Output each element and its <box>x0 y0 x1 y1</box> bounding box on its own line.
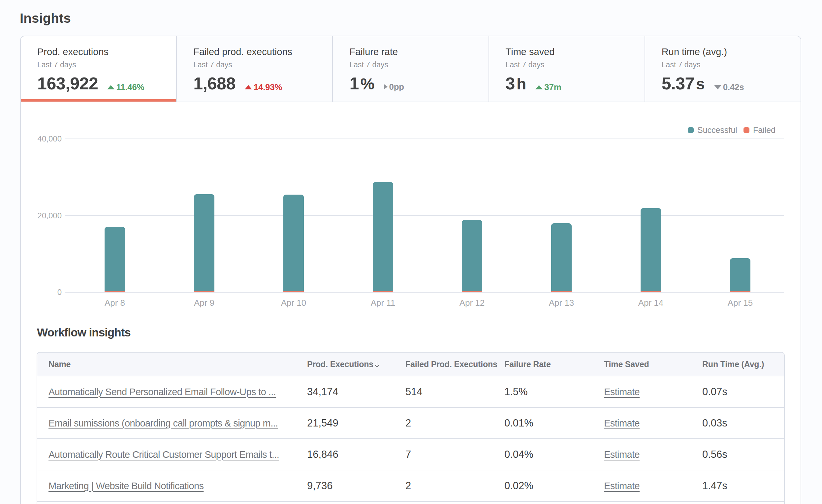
metric-tab-1[interactable]: Prod. executionsLast 7 days163,92211.46% <box>21 36 177 102</box>
bar-apr-10[interactable] <box>283 194 304 292</box>
workflow-name-link[interactable]: Email sumissions (onboarding call prompt… <box>48 418 278 429</box>
cell-failed-prod-executions: 514 <box>405 376 504 408</box>
column-header-failure-rate[interactable]: Failure Rate <box>504 353 604 376</box>
cell-failed-prod-executions: 2 <box>405 408 504 439</box>
x-axis-label-apr-8: Apr 8 <box>88 298 141 308</box>
bar-successful-segment <box>462 220 482 291</box>
metric-tab-value: 163,922 <box>37 74 98 93</box>
cell-failure-rate: 0.04% <box>504 439 604 470</box>
metric-tab-period: Last 7 days <box>662 60 801 69</box>
metric-tab-label: Failed prod. executions <box>193 46 332 57</box>
metric-tab-period: Last 7 days <box>506 60 645 69</box>
bar-failed-segment <box>373 291 393 292</box>
x-axis-label-apr-11: Apr 11 <box>357 298 409 308</box>
estimate-link[interactable]: Estimate <box>604 481 640 491</box>
workflow-insights-table: NameProd. ExecutionsFailed Prod. Executi… <box>37 352 785 504</box>
x-axis-label-apr-10: Apr 10 <box>267 298 320 308</box>
metric-tabs: Prod. executionsLast 7 days163,92211.46%… <box>21 36 801 102</box>
legend-item-failed[interactable]: Failed <box>744 125 776 135</box>
metric-tab-unit: h <box>516 75 526 93</box>
bar-successful-segment <box>104 227 125 291</box>
metric-tab-5[interactable]: Run time (avg.)Last 7 days5.37s0.42s <box>645 36 801 102</box>
bar-apr-13[interactable] <box>551 223 572 292</box>
insights-page: Insights Prod. executionsLast 7 days163,… <box>0 0 822 504</box>
delta-up-icon <box>535 85 543 89</box>
table-row-5 <box>37 502 784 504</box>
bar-failed-segment <box>104 291 125 292</box>
workflow-insights-title: Workflow insights <box>37 326 131 339</box>
cell-prod-executions: 21,549 <box>307 408 405 439</box>
cell-prod-executions: 16,846 <box>307 439 405 470</box>
bar-successful-segment <box>373 182 393 291</box>
table-row-1: Automatically Send Personalized Email Fo… <box>37 376 784 408</box>
gridline-0 <box>65 292 784 293</box>
metric-tab-delta: 11.46% <box>107 82 144 92</box>
cell-failure-rate: 0.01% <box>504 408 604 439</box>
metric-tab-value: 3 <box>506 74 515 93</box>
cell-failure-rate: 0.02% <box>504 470 604 502</box>
metric-tab-delta: 37m <box>535 82 561 92</box>
y-axis-label-40000: 40,000 <box>21 134 62 143</box>
delta-up-icon <box>107 85 114 89</box>
bar-successful-segment <box>283 194 304 291</box>
workflow-name-link[interactable]: Marketing | Website Build Notifications <box>48 481 203 491</box>
bar-successful-segment <box>551 223 572 291</box>
metric-tab-label: Prod. executions <box>37 46 176 57</box>
metric-tab-2[interactable]: Failed prod. executionsLast 7 days1,6881… <box>177 36 333 102</box>
bar-failed-segment <box>730 291 750 292</box>
metric-tab-value: 1 <box>349 74 359 93</box>
metric-tab-unit: s <box>696 75 705 93</box>
bar-failed-segment <box>641 291 661 292</box>
page-title: Insights <box>20 11 71 26</box>
bar-apr-15[interactable] <box>730 258 750 292</box>
y-axis-label-0: 0 <box>21 288 62 297</box>
estimate-link[interactable]: Estimate <box>604 449 640 460</box>
bar-apr-9[interactable] <box>194 194 215 292</box>
sort-desc-icon <box>374 359 380 369</box>
column-header-run-time-avg-[interactable]: Run Time (Avg.) <box>702 353 784 376</box>
bar-apr-12[interactable] <box>462 220 482 292</box>
bar-failed-segment <box>194 291 215 292</box>
column-header-name[interactable]: Name <box>37 353 307 376</box>
table-row-2: Email sumissions (onboarding call prompt… <box>37 408 784 439</box>
bar-failed-segment <box>283 291 304 292</box>
workflow-name-link[interactable]: Automatically Route Critical Customer Su… <box>48 449 279 460</box>
estimate-link[interactable]: Estimate <box>604 418 640 429</box>
cell-run-time: 0.03s <box>702 408 784 439</box>
cell-failed-prod-executions: 7 <box>405 439 504 470</box>
estimate-link[interactable]: Estimate <box>604 387 640 397</box>
x-axis-label-apr-13: Apr 13 <box>535 298 588 308</box>
bar-successful-segment <box>194 194 215 291</box>
metric-tab-delta: 14.93% <box>245 82 282 92</box>
legend-swatch-successful-icon <box>688 127 694 133</box>
cell-prod-executions: 9,736 <box>307 470 405 502</box>
table-header-row: NameProd. ExecutionsFailed Prod. Executi… <box>37 353 784 376</box>
metric-tab-label: Time saved <box>506 46 645 57</box>
bar-apr-11[interactable] <box>373 182 393 292</box>
metric-tab-period: Last 7 days <box>193 60 332 69</box>
table-row-3: Automatically Route Critical Customer Su… <box>37 439 784 470</box>
bar-apr-8[interactable] <box>104 227 125 292</box>
column-header-prod-executions[interactable]: Prod. Executions <box>307 353 405 376</box>
metric-tab-4[interactable]: Time savedLast 7 days3h37m <box>489 36 645 102</box>
metric-tab-unit: % <box>361 75 375 93</box>
cell-run-time: 0.07s <box>702 376 784 408</box>
metric-tab-3[interactable]: Failure rateLast 7 days1%0pp <box>333 36 489 102</box>
bar-failed-segment <box>551 291 572 292</box>
workflow-name-link[interactable]: Automatically Send Personalized Email Fo… <box>48 387 276 397</box>
bar-apr-14[interactable] <box>641 208 661 292</box>
legend-item-successful[interactable]: Successful <box>688 125 737 135</box>
metric-tab-value: 1,688 <box>193 74 236 93</box>
gridline-20000 <box>65 215 784 216</box>
column-header-time-saved[interactable]: Time Saved <box>604 353 702 376</box>
column-header-failed-prod-executions[interactable]: Failed Prod. Executions <box>405 353 504 376</box>
legend-label: Failed <box>753 125 776 135</box>
bar-failed-segment <box>462 291 482 292</box>
metric-tab-label: Run time (avg.) <box>662 46 801 57</box>
bar-successful-segment <box>641 208 661 291</box>
cell-run-time: 0.56s <box>702 439 784 470</box>
metric-tab-period: Last 7 days <box>37 60 176 69</box>
metric-tab-delta: 0pp <box>384 82 404 92</box>
table-row-4: Marketing | Website Build Notifications9… <box>37 470 784 502</box>
delta-up-icon <box>245 85 252 89</box>
